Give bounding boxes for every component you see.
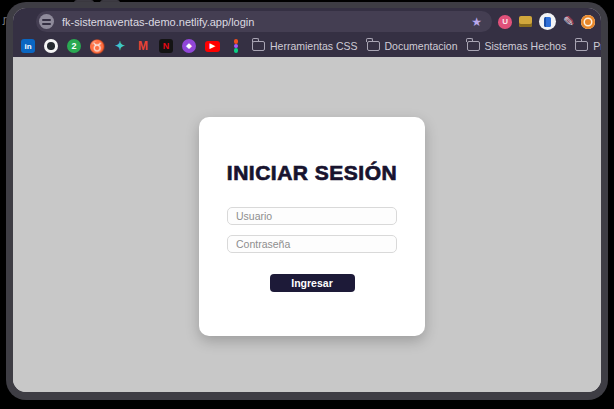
extensions-row: U ✎: [498, 11, 595, 32]
url-text[interactable]: fk-sistemaventas-demo.netlify.app/login: [62, 16, 471, 28]
folder-icon: [467, 41, 480, 51]
bookmark-folder-label: Practicas: [593, 40, 601, 52]
login-submit-button[interactable]: Ingresar: [270, 274, 355, 292]
page-content: INICIAR SESIÓN Ingresar: [13, 57, 601, 392]
notebook-extension-icon[interactable]: [539, 13, 556, 30]
folder-icon: [367, 41, 380, 51]
tune-icon[interactable]: [39, 14, 54, 29]
orange-extension-icon[interactable]: [581, 15, 595, 29]
browser-inner: fk-sistemaventas-demo.netlify.app/login …: [13, 8, 601, 392]
ublock-extension-icon[interactable]: U: [498, 15, 512, 29]
bookmark-folder-documentacion[interactable]: Documentacion: [367, 40, 458, 52]
figma-icon[interactable]: [229, 39, 243, 53]
bookmark-folder-herramientas-css[interactable]: Herramientas CSS: [252, 40, 358, 52]
bookmark-star-icon[interactable]: ★: [471, 15, 482, 29]
netflix-icon[interactable]: N: [159, 39, 173, 53]
gmail-icon[interactable]: M: [136, 39, 150, 53]
bookmark-folder-practicas[interactable]: Practicas: [575, 40, 601, 52]
browser-window: fk-sistemaventas-demo.netlify.app/login …: [6, 2, 608, 400]
purple-app-icon[interactable]: ◆: [182, 39, 196, 53]
bookmark-folder-label: Documentacion: [385, 40, 458, 52]
bookmark-folder-label: Herramientas CSS: [270, 40, 358, 52]
folder-icon: [575, 41, 588, 51]
browser-chrome: fk-sistemaventas-demo.netlify.app/login …: [13, 8, 601, 57]
green-badge-icon[interactable]: 2: [67, 39, 81, 53]
username-input[interactable]: [227, 207, 397, 225]
bull-icon[interactable]: ♉: [90, 39, 104, 53]
bookmark-folder-sistemas-hechos[interactable]: Sistemas Hechos: [467, 40, 567, 52]
folder-icon: [252, 41, 265, 51]
spark-icon[interactable]: ✦: [113, 39, 127, 53]
gold-extension-icon[interactable]: [519, 16, 532, 27]
login-title: INICIAR SESIÓN: [199, 161, 425, 185]
youtube-icon[interactable]: ▶: [205, 41, 220, 52]
bookmark-folder-label: Sistemas Hechos: [485, 40, 567, 52]
login-card: INICIAR SESIÓN Ingresar: [199, 117, 425, 336]
address-bar[interactable]: fk-sistemaventas-demo.netlify.app/login …: [36, 11, 492, 32]
linkedin-icon[interactable]: in: [21, 39, 35, 53]
pen-extension-icon[interactable]: ✎: [563, 14, 574, 29]
bookmarks-bar: in 2 ♉ ✦ M N ◆ ▶ Herramientas CSS Docume…: [13, 35, 601, 57]
github-icon[interactable]: [44, 39, 58, 53]
password-input[interactable]: [227, 235, 397, 253]
